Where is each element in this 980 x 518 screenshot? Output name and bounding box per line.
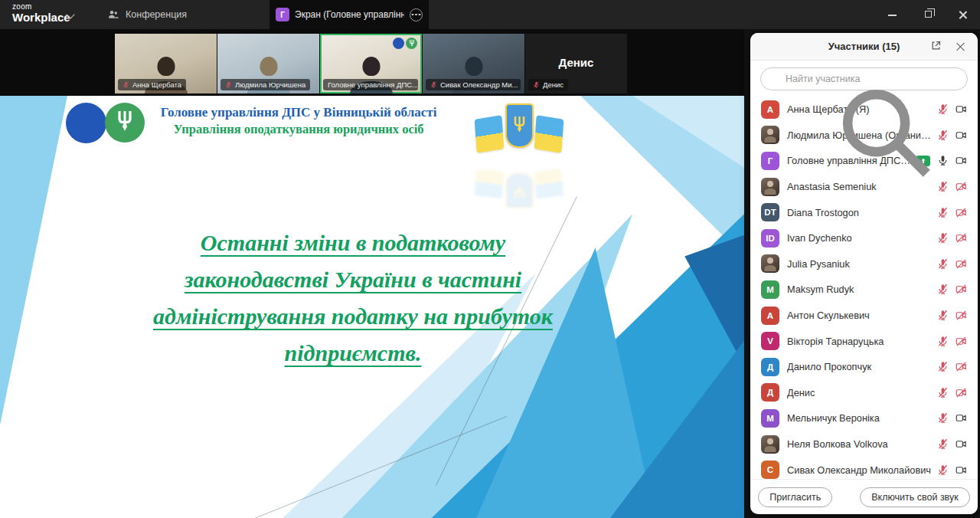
participant-row[interactable]: M Maksym Rudyk [750, 277, 978, 303]
participant-name: Maksym Rudyk [787, 284, 933, 295]
window-controls [874, 0, 980, 29]
unmute-button[interactable]: Включить свой звук [860, 487, 970, 507]
participant-avatar: M [761, 409, 779, 428]
muted-mic-icon [430, 81, 437, 88]
participant-name: Антон Скулькевич [787, 310, 933, 321]
mic-status-icon[interactable] [937, 310, 949, 321]
participant-avatar [761, 435, 779, 454]
org-line1: Головне управління ДПС у Вінницькій обла… [149, 104, 448, 121]
close-button[interactable] [945, 0, 980, 29]
camera-status-icon[interactable] [956, 232, 967, 244]
participant-name: Diana Trostogon [787, 207, 933, 218]
muted-mic-icon [533, 81, 540, 88]
tab-shared-screen[interactable]: Г Экран (Головне управління ДПІ [270, 0, 429, 29]
flag-left-wing [475, 115, 505, 153]
mic-status-icon[interactable] [937, 464, 949, 476]
muted-mic-icon [225, 81, 232, 88]
participant-row[interactable]: M Мельничук Вероніка [750, 405, 978, 431]
video-tile[interactable]: Денис Денис [525, 34, 627, 93]
slide-title-line: Останні зміни в податковому [201, 230, 505, 255]
muted-mic-icon [122, 81, 129, 88]
popout-icon[interactable] [930, 40, 944, 54]
restore-icon [925, 11, 932, 18]
participants-title: Участники (15) [828, 41, 900, 52]
flag-right-wing [534, 115, 564, 153]
participant-row[interactable]: ID Ivan Dychenko [750, 225, 978, 251]
mic-status-icon[interactable] [937, 258, 949, 270]
trident-shield [505, 103, 534, 148]
shared-screen-slide: Головне управління ДПС у Вінницькій обла… [0, 96, 744, 518]
slide-title-line: підприємств. [285, 340, 422, 366]
mic-status-icon[interactable] [937, 232, 949, 244]
tab-more-options-icon[interactable] [410, 8, 423, 21]
participant-row[interactable]: Д Денис [750, 380, 978, 406]
camera-status-icon[interactable] [956, 336, 967, 347]
restore-button[interactable] [910, 0, 945, 29]
close-icon [958, 10, 968, 20]
slide-title-line: законодавстві України в частині [185, 267, 521, 292]
video-tile[interactable]: Людмила Юрчишена [217, 34, 319, 93]
participant-name: Julia Pysaniuk [787, 258, 933, 270]
minimize-icon [888, 15, 897, 16]
participant-row[interactable]: Неля Волкова Volkova [750, 431, 978, 457]
video-strip: Анна Щербата Людмила Юрчишена Головне уп… [0, 29, 744, 96]
participant-avatar: V [761, 332, 779, 350]
video-tile[interactable]: Сивак Олександр Ми... [423, 34, 524, 93]
tab-avatar: Г [276, 8, 289, 21]
mic-status-icon[interactable] [937, 284, 949, 295]
zoom-meeting-window: zoom Workplace Конференция Г Экран (Голо… [0, 0, 980, 518]
tile-name-label: Денис [528, 79, 568, 90]
search-area [750, 61, 978, 95]
camera-status-icon[interactable] [956, 361, 967, 372]
participant-name: Денис [787, 387, 933, 398]
participant-row[interactable]: Julia Pysaniuk [750, 251, 978, 277]
camera-status-icon[interactable] [956, 412, 967, 424]
tile-name-text: Головне управління ДПС... [328, 80, 418, 89]
camera-status-icon[interactable] [956, 387, 967, 398]
participant-avatar: ID [761, 229, 779, 248]
trident-logo [406, 38, 417, 49]
participant-row[interactable]: А Антон Скулькевич [750, 303, 978, 329]
participant-avatar [761, 254, 779, 273]
meeting-stage: Анна Щербата Людмила Юрчишена Головне уп… [0, 29, 980, 518]
slide-title: Останні зміни в податковому законодавств… [54, 225, 652, 372]
logo-workplace-text: Workplace [12, 11, 70, 23]
tab-meeting[interactable]: Конференция [107, 0, 187, 29]
camera-status-icon[interactable] [956, 438, 967, 450]
participant-avatar: Д [761, 358, 779, 376]
participant-name: Мельничук Вероніка [787, 412, 933, 424]
camera-status-icon[interactable] [956, 258, 967, 270]
camera-status-icon[interactable] [956, 310, 967, 321]
camera-status-icon[interactable] [956, 284, 967, 295]
participant-name: Данило Прокопчук [787, 361, 933, 372]
participant-name: Сивак Олександр Миколайович [787, 464, 933, 476]
participant-row[interactable]: DT Diana Trostogon [750, 199, 978, 225]
mic-status-icon[interactable] [937, 361, 949, 372]
participant-row[interactable]: V Вікторія Тарнаруцька [750, 328, 978, 354]
participant-avatar [761, 126, 779, 144]
camera-status-icon[interactable] [956, 207, 967, 218]
slide-title-line: адміністрування податку на прибуток [153, 303, 553, 329]
minimize-button[interactable] [874, 0, 910, 29]
panel-close-icon[interactable] [955, 41, 965, 52]
mic-status-icon[interactable] [937, 336, 949, 347]
tile-name-text: Людмила Юрчишена [235, 80, 305, 89]
video-tile[interactable]: Головне управління ДПС... [320, 34, 422, 93]
participant-row[interactable]: C Сивак Олександр Миколайович [750, 457, 978, 479]
mic-status-icon[interactable] [937, 412, 949, 424]
participants-panel-footer: Пригласить Включить свой звук [750, 479, 978, 514]
tile-name-text: Анна Щербата [132, 80, 181, 89]
mic-status-icon[interactable] [937, 387, 949, 398]
tile-org-logos [393, 38, 417, 49]
mic-status-icon[interactable] [937, 207, 949, 218]
tile-display-name: Денис [525, 56, 627, 69]
camera-status-icon[interactable] [956, 464, 967, 476]
video-tile[interactable]: Анна Щербата [115, 34, 217, 93]
participant-avatar [761, 178, 779, 196]
mic-status-icon[interactable] [937, 438, 949, 450]
invite-button[interactable]: Пригласить [758, 487, 832, 507]
participant-name: Неля Волкова Volkova [787, 438, 933, 450]
participant-row[interactable]: Д Данило Прокопчук [750, 354, 978, 380]
participant-avatar: DT [761, 203, 779, 221]
participant-name: Ivan Dychenko [787, 232, 933, 244]
